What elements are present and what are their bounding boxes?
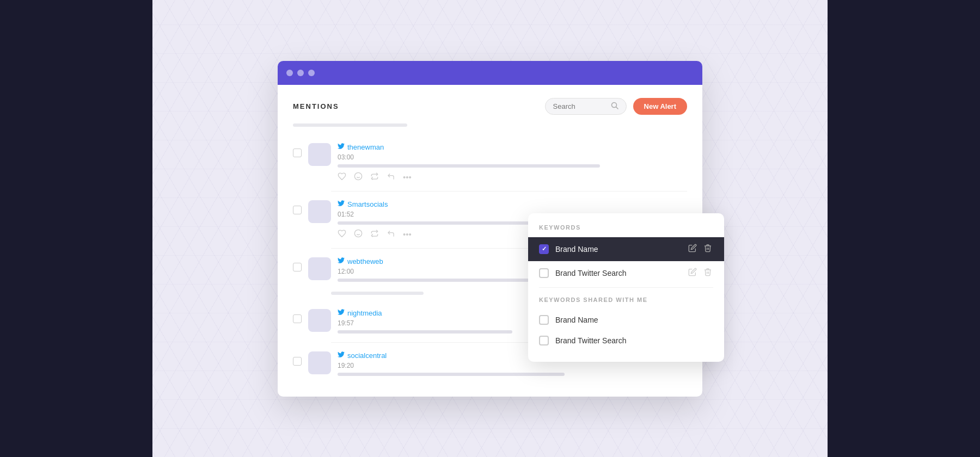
mention-bar-1 — [338, 164, 600, 168]
mention-username-3: webtheweb — [347, 257, 383, 265]
keyword-delete-icon-1[interactable] — [702, 243, 713, 256]
shared-keyword-item-1[interactable]: Brand Name — [528, 310, 724, 330]
mention-checkbox-2[interactable] — [293, 206, 302, 214]
emoji-icon-1[interactable] — [354, 172, 363, 182]
left-sidebar — [0, 0, 152, 457]
keyword-checkbox-1[interactable] — [539, 244, 549, 254]
keywords-panel: KEYWORDS Brand Name Brand Twitter Search — [528, 213, 724, 362]
mention-item: thenewman 03:00 — [293, 138, 687, 188]
keyword-checkbox-2[interactable] — [539, 268, 549, 278]
mentions-title: MENTIONS — [293, 102, 339, 110]
retweet-icon-2[interactable] — [370, 230, 379, 239]
mention-avatar-4 — [308, 309, 331, 332]
shared-keyword-checkbox-1[interactable] — [539, 315, 549, 325]
mention-avatar-2 — [308, 200, 331, 223]
mention-bar-5 — [338, 373, 565, 376]
more-icon-1[interactable]: ••• — [403, 172, 412, 182]
keyword-actions-2 — [687, 267, 713, 280]
search-box[interactable] — [545, 98, 627, 115]
mention-checkbox-4[interactable] — [293, 314, 302, 323]
titlebar — [278, 61, 702, 85]
mention-actions-1: ••• — [338, 172, 687, 182]
keyword-edit-icon-1[interactable] — [687, 243, 698, 256]
mention-user-2: Smartsocials — [338, 200, 687, 208]
mention-content-1: thenewman 03:00 — [338, 143, 687, 182]
keyword-item-2[interactable]: Brand Twitter Search — [528, 261, 724, 285]
keyword-item-1[interactable]: Brand Name — [528, 237, 724, 261]
main-window: MENTIONS New Alert — [278, 61, 702, 397]
mention-time-5: 19:20 — [338, 362, 687, 369]
kw-divider — [539, 287, 713, 288]
mention-bar-2 — [338, 221, 547, 225]
header-row: MENTIONS New Alert — [293, 98, 687, 115]
emoji-icon-2[interactable] — [354, 229, 363, 239]
mention-username-5: socialcentral — [347, 351, 387, 360]
shared-keyword-name-1: Brand Name — [555, 316, 713, 324]
svg-point-2 — [354, 172, 362, 180]
mention-username-1: thenewman — [347, 143, 384, 151]
svg-line-1 — [616, 107, 618, 109]
keywords-section-title: KEYWORDS — [528, 224, 724, 237]
svg-point-5 — [354, 230, 362, 237]
keyword-name-1: Brand Name — [555, 245, 681, 254]
window-dot-2 — [297, 70, 304, 76]
shared-keyword-checkbox-2[interactable] — [539, 336, 549, 345]
twitter-icon-2 — [338, 200, 345, 208]
mention-username-4: nightmedia — [347, 309, 382, 317]
search-input[interactable] — [553, 102, 608, 110]
more-icon-2[interactable]: ••• — [403, 230, 412, 239]
heart-icon-1[interactable] — [338, 172, 346, 182]
window-dot-3 — [308, 70, 315, 76]
shared-keyword-item-2[interactable]: Brand Twitter Search — [528, 330, 724, 351]
new-alert-button[interactable]: New Alert — [633, 98, 687, 115]
keyword-name-2: Brand Twitter Search — [555, 269, 681, 277]
mention-time-1: 03:00 — [338, 153, 687, 161]
shared-keyword-name-2: Brand Twitter Search — [555, 336, 713, 345]
twitter-icon-5 — [338, 351, 345, 359]
keyword-delete-icon-2[interactable] — [702, 267, 713, 280]
twitter-icon-3 — [338, 257, 345, 265]
retweet-icon-1[interactable] — [370, 172, 379, 182]
search-icon — [611, 102, 618, 111]
mention-bar-4 — [338, 330, 512, 334]
header-controls: New Alert — [545, 98, 687, 115]
mention-avatar-1 — [308, 143, 331, 166]
divider-1 — [331, 191, 687, 192]
heart-icon-2[interactable] — [338, 229, 346, 239]
keyword-actions-1 — [687, 243, 713, 256]
twitter-icon-4 — [338, 309, 345, 317]
mention-username-2: Smartsocials — [347, 200, 388, 208]
section-divider — [331, 292, 424, 295]
mention-checkbox-1[interactable] — [293, 149, 302, 157]
mention-checkbox-3[interactable] — [293, 263, 302, 271]
right-sidebar — [828, 0, 980, 457]
keyword-edit-icon-2[interactable] — [687, 267, 698, 280]
window-dot-1 — [286, 70, 293, 76]
mention-avatar-3 — [308, 257, 331, 280]
mention-checkbox-5[interactable] — [293, 357, 302, 366]
twitter-icon-1 — [338, 143, 345, 151]
mention-user-1: thenewman — [338, 143, 687, 151]
mention-avatar-5 — [308, 351, 331, 374]
reply-icon-2[interactable] — [387, 230, 395, 239]
shared-section-title: KEYWORDS SHARED WITH ME — [528, 290, 724, 310]
reply-icon-1[interactable] — [387, 172, 395, 182]
filter-bar — [293, 123, 407, 127]
